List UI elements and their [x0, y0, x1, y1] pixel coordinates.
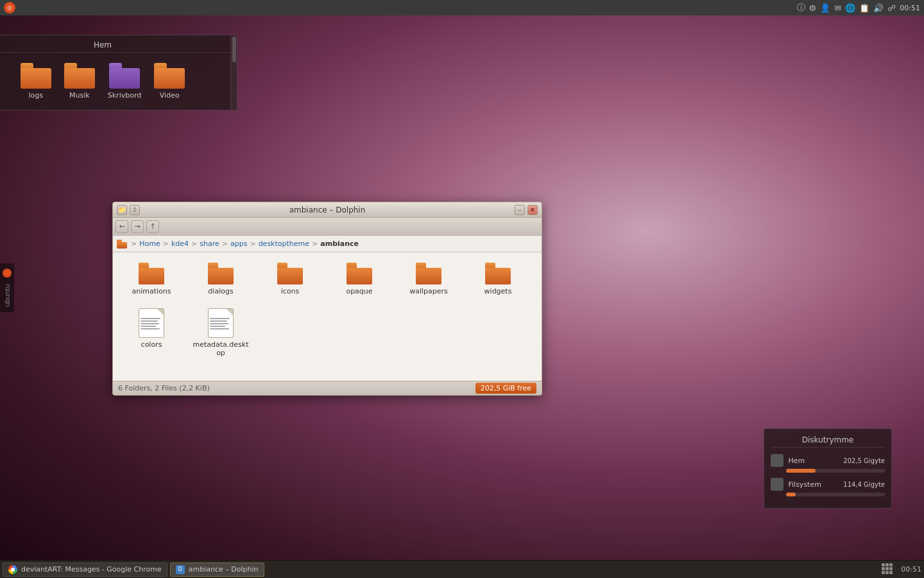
folder-label-wallpapers: wallpapers [409, 287, 448, 295]
ubuntu-logo[interactable]: ◎ [4, 2, 15, 13]
clipboard-icon[interactable]: 📋 [859, 3, 869, 13]
dolphin-back-btn[interactable]: ← [116, 220, 128, 233]
folder-item-dialogs[interactable]: dialogs [189, 259, 253, 299]
audio-icon[interactable]: 🔊 [873, 3, 884, 13]
folder-icon-animations [139, 263, 164, 285]
textfile-lines-metadata [210, 318, 232, 329]
taskbar-grid-icon[interactable] [882, 563, 894, 576]
home-widget: Hem logs Musik S [0, 35, 237, 110]
folder-label-widgets: widgets [484, 287, 512, 295]
folder-item-wallpapers[interactable]: wallpapers [397, 259, 461, 299]
dolphin-titlebar-left: 📁 ⇧ [117, 205, 140, 215]
taskbar: deviantART: Messages - Google Chrome D a… [0, 560, 924, 578]
folder-icon-logs [21, 63, 51, 89]
grid-dot-2 [886, 563, 889, 566]
dolphin-folder-btn[interactable]: 📁 [117, 205, 127, 215]
dolphin-status-info: 6 Folders, 2 Files (2,2 KiB) [118, 384, 210, 392]
disk-bar-hem-bg [786, 469, 885, 473]
breadcrumb-home[interactable]: Home [139, 240, 160, 248]
breadcrumb-share[interactable]: share [200, 240, 219, 248]
dolphin-forward-btn[interactable]: → [131, 220, 144, 233]
folder-item-animations[interactable]: animations [119, 259, 184, 299]
disk-bar-filsystem-fill [786, 493, 796, 496]
breadcrumb-home-icon[interactable] [117, 240, 127, 249]
system-icon[interactable]: ⚙ [809, 3, 817, 13]
dolphin-logo-icon: D [176, 565, 185, 574]
folder-item-opaque[interactable]: opaque [327, 259, 391, 299]
breadcrumb-sep-5: > [312, 240, 318, 248]
desktop: Hem logs Musik S [0, 15, 924, 560]
home-item-skrivbord[interactable]: Skrivbord [108, 63, 141, 100]
dolphin-close-btn[interactable]: ✕ [527, 205, 538, 215]
taskbar-clock: 00:51 [901, 565, 921, 574]
file-icon-colors [139, 308, 164, 338]
breadcrumb-sep-4: > [250, 240, 255, 248]
folder-label-dialogs: dialogs [208, 287, 233, 295]
grid-dot-9 [889, 571, 893, 574]
breadcrumb-desktoptheme[interactable]: desktoptheme [259, 240, 309, 248]
home-widget-scrollbar[interactable] [230, 35, 237, 110]
battery-icon[interactable]: ☍ [887, 3, 896, 13]
breadcrumb-kde4[interactable]: kde4 [171, 240, 189, 248]
dolphin-content: animations dialogs icons [113, 252, 542, 381]
dolphin-up-nav-btn[interactable]: ↑ [146, 220, 159, 233]
taskbar-right: 00:51 [882, 563, 921, 576]
file-label-metadata: metadata.desktop [193, 340, 249, 357]
folder-icon-widgets [485, 263, 511, 285]
user-icon[interactable]: 👤 [820, 3, 830, 13]
dolphin-toolbar: ← → ↑ [113, 218, 542, 236]
home-widget-items: logs Musik Skrivbord [0, 58, 232, 105]
info-icon[interactable]: ⓘ [797, 2, 805, 13]
disk-bar-hem-fill [786, 469, 816, 473]
dolphin-titlebar: 📁 ⇧ ambiance – Dolphin – ✕ [113, 202, 542, 218]
disk-item-filsystem: Filsystem 114,4 Gigyte [771, 478, 885, 496]
folder-icon-icons [277, 263, 303, 285]
folder-icon-musik [64, 63, 95, 89]
grid-dot-4 [882, 567, 885, 570]
taskbar-item-chrome[interactable]: deviantART: Messages - Google Chrome [3, 563, 167, 577]
file-label-colors: colors [141, 340, 162, 349]
folder-label-icons: icons [281, 287, 300, 295]
home-item-musik-label: Musik [69, 91, 90, 100]
home-item-logs[interactable]: logs [21, 63, 51, 100]
topbar-right: ⓘ ⚙ 👤 ✉ 🌐 📋 🔊 ☍ 00:51 [797, 2, 920, 13]
folder-icon-opaque [346, 263, 372, 285]
grid-dot-7 [882, 571, 885, 574]
dolphin-up-btn[interactable]: ⇧ [130, 205, 140, 215]
file-item-metadata[interactable]: metadata.desktop [189, 304, 253, 361]
dolphin-minimize-btn[interactable]: – [515, 205, 525, 215]
grid-dot-6 [889, 567, 893, 570]
left-sidebar: ubuntu [0, 263, 14, 312]
home-item-musik[interactable]: Musik [64, 63, 95, 100]
disk-item-hem-header: Hem 202,5 Gigyte [771, 454, 885, 467]
breadcrumb-apps[interactable]: apps [230, 240, 247, 248]
sidebar-label[interactable]: ubuntu [4, 284, 11, 307]
folder-item-widgets[interactable]: widgets [466, 259, 530, 299]
breadcrumb-sep-2: > [191, 240, 197, 248]
dolphin-window: 📁 ⇧ ambiance – Dolphin – ✕ ← → ↑ > Home … [112, 202, 542, 396]
disk-item-hem: Hem 202,5 Gigyte [771, 454, 885, 473]
file-item-colors[interactable]: colors [119, 304, 184, 361]
topbar: ◎ ⓘ ⚙ 👤 ✉ 🌐 📋 🔊 ☍ 00:51 [0, 0, 924, 15]
disk-item-hem-size: 202,5 Gigyte [843, 457, 885, 464]
folder-item-icons[interactable]: icons [258, 259, 322, 299]
taskbar-chrome-label: deviantART: Messages - Google Chrome [21, 565, 162, 574]
clock: 00:51 [900, 4, 920, 12]
breadcrumb-sep-0: > [131, 240, 137, 248]
breadcrumb-sep-3: > [222, 240, 228, 248]
taskbar-item-dolphin[interactable]: D ambiance – Dolphin [170, 563, 264, 577]
grid-dot-5 [886, 567, 889, 570]
dolphin-breadcrumb: > Home > kde4 > share > apps > desktopth… [113, 236, 542, 252]
home-widget-scroll-thumb [232, 37, 236, 62]
disk-widget-title: Diskutrymme [771, 435, 885, 448]
disk-bar-filsystem-bg [786, 493, 885, 496]
disk-item-filsystem-size: 114,4 Gigyte [843, 481, 885, 488]
disk-widget: Diskutrymme Hem 202,5 Gigyte Filsystem 1… [764, 428, 892, 509]
topbar-left: ◎ [4, 2, 15, 13]
folder-icon-skrivbord [109, 63, 140, 89]
mail-icon[interactable]: ✉ [834, 3, 841, 13]
home-item-video[interactable]: Video [154, 63, 185, 100]
network-icon[interactable]: 🌐 [845, 3, 855, 13]
grid-dot-3 [889, 563, 893, 566]
disk-item-hem-icon: Hem [771, 454, 805, 467]
